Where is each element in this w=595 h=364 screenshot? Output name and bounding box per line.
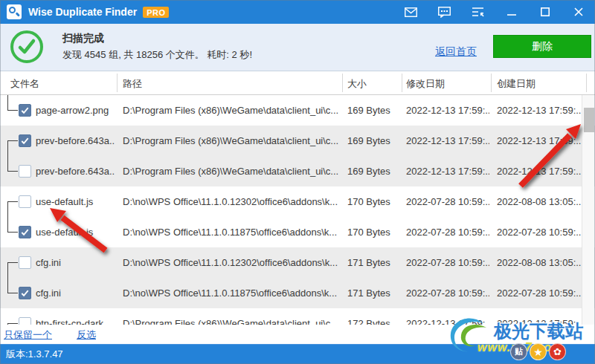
file-created: 2022-08-08 13:05:...: [497, 196, 585, 207]
file-modified: 2022-07-28 10:59:...: [406, 287, 489, 299]
scan-status-detail: 发现 4545 组, 共 18256 个文件。 耗时: 2 秒!: [62, 48, 252, 62]
row-checkbox[interactable]: [19, 287, 31, 299]
column-divider[interactable]: [491, 74, 492, 92]
column-modified[interactable]: 修改日期: [406, 77, 445, 91]
group-connector: [7, 95, 18, 111]
scan-status-title: 扫描完成: [62, 32, 104, 45]
group-connector: [7, 140, 18, 156]
row-checkbox[interactable]: [19, 165, 31, 178]
row-checkbox[interactable]: [19, 256, 31, 269]
file-size: 169 Bytes: [347, 166, 399, 177]
file-size: 171 Bytes: [347, 287, 399, 299]
file-path: D:\Program Files (x86)\WeGame\data\clien…: [123, 135, 340, 146]
table-row[interactable]: prev-before.643a... D:\Program Files (x8…: [0, 126, 595, 156]
table-row[interactable]: btn-first-cn-dark D:\Program Files (x86)…: [0, 308, 595, 325]
group-connector: [7, 262, 18, 278]
file-path: D:\no\WPS Office\11.1.0.12302\office6\ad…: [123, 196, 340, 207]
file-size: 169 Bytes: [347, 135, 399, 146]
table-row[interactable]: use-default.js D:\no\WPS Office\11.1.0.1…: [0, 186, 595, 217]
column-divider[interactable]: [117, 74, 118, 92]
invert-selection-link[interactable]: 反选: [77, 328, 96, 342]
file-size: 170 Bytes: [347, 196, 399, 207]
maximize-button[interactable]: [528, 0, 562, 24]
close-button[interactable]: [562, 0, 595, 24]
file-modified: 2022-07-28 10:59:...: [406, 227, 489, 238]
file-modified: 2022-12-13 17:59:...: [406, 105, 489, 116]
file-created: 2022-12-13 17:59:...: [497, 135, 585, 146]
column-divider[interactable]: [342, 74, 343, 92]
row-checkbox[interactable]: [19, 317, 31, 325]
table-row[interactable]: prev-before.643a... D:\Program Files (x8…: [0, 156, 595, 186]
file-path: D:\no\WPS Office\11.1.0.12302\office6\ad…: [123, 257, 340, 268]
footer-links-row: 只保留一个 反选: [0, 325, 595, 344]
file-name: btn-first-cn-dark: [36, 318, 115, 325]
file-path: D:\Program Files (x86)\WeGame\data\clien…: [123, 318, 340, 325]
app-title: Wise Duplicate Finder: [28, 6, 137, 18]
delete-button[interactable]: 删除: [493, 35, 591, 58]
success-check-icon: [10, 30, 43, 63]
scrollbar-thumb[interactable]: [584, 108, 594, 132]
file-modified: 2022-07-28 10:59:...: [406, 257, 489, 268]
file-size: 171 Bytes: [347, 257, 399, 268]
table-row[interactable]: cfg.ini D:\no\WPS Office\11.1.0.12302\of…: [0, 247, 595, 278]
group-connector: [7, 201, 18, 217]
table-row[interactable]: cfg.ini D:\no\WPS Office\11.1.0.11875\of…: [0, 278, 595, 308]
row-checkbox[interactable]: [19, 226, 31, 238]
file-size: 170 Bytes: [347, 227, 399, 238]
column-created[interactable]: 创建日期: [497, 77, 536, 91]
column-size[interactable]: 大小: [347, 77, 367, 91]
file-created: 2022-08-08 13:05:...: [497, 257, 585, 268]
file-created: 2022-12-13 17:59:...: [497, 166, 585, 177]
column-path[interactable]: 路径: [123, 77, 142, 91]
titlebar: Wise Duplicate Finder PRO: [0, 0, 595, 24]
file-name: use-default.js: [36, 227, 115, 238]
group-connector: [7, 217, 18, 233]
file-name: cfg.ini: [36, 287, 115, 299]
version-label: 版本:1.3.7.47: [6, 348, 63, 361]
file-created: 2022-12-13 17:59:: [497, 318, 585, 325]
row-checkbox[interactable]: [19, 134, 31, 147]
file-path: D:\Program Files (x86)\WeGame\data\clien…: [123, 105, 340, 116]
file-name: cfg.ini: [36, 257, 115, 268]
back-home-link[interactable]: 返回首页: [435, 45, 477, 59]
file-modified: 2022-12-13 17:59:...: [406, 135, 489, 146]
file-name: prev-before.643a...: [36, 135, 115, 146]
file-name: prev-before.643a...: [36, 166, 115, 177]
menu-list-icon[interactable]: [461, 0, 495, 24]
group-connector: [7, 278, 18, 293]
scan-result-panel: 扫描完成 发现 4545 组, 共 18256 个文件。 耗时: 2 秒! 返回…: [0, 24, 595, 71]
vertical-scrollbar[interactable]: [582, 95, 594, 325]
file-path: D:\no\WPS Office\11.1.0.11875\office6\ad…: [123, 227, 340, 238]
file-size: 169 Bytes: [347, 105, 399, 116]
file-size: 172 Bytes: [347, 318, 399, 325]
row-checkbox[interactable]: [19, 104, 31, 117]
file-created: 2022-12-13 17:59:...: [497, 105, 585, 116]
table-body: page-arrow2.png D:\Program Files (x86)\W…: [0, 95, 595, 325]
table-header: 文件名 路径 大小 修改日期 创建日期: [0, 71, 595, 95]
pro-badge: PRO: [143, 7, 169, 18]
column-filename[interactable]: 文件名: [10, 77, 39, 91]
file-name: page-arrow2.png: [36, 105, 115, 116]
table-row[interactable]: use-default.js D:\no\WPS Office\11.1.0.1…: [0, 217, 595, 247]
file-modified: 2022-12-13 17:59:: [406, 318, 489, 325]
file-modified: 2022-12-13 17:59:...: [406, 166, 489, 177]
group-connector: [7, 156, 18, 172]
row-checkbox[interactable]: [19, 195, 31, 208]
file-path: D:\no\WPS Office\11.1.0.11875\office6\ad…: [123, 287, 340, 299]
file-created: 2022-07-28 10:59:...: [497, 227, 585, 238]
column-divider[interactable]: [402, 74, 402, 92]
table-row[interactable]: page-arrow2.png D:\Program Files (x86)\W…: [0, 95, 595, 126]
keep-only-one-link[interactable]: 只保留一个: [4, 328, 52, 342]
feedback-chat-icon[interactable]: [428, 0, 461, 24]
file-modified: 2022-07-28 10:59:...: [406, 196, 489, 207]
app-logo-icon: [7, 4, 22, 19]
file-name: use-default.js: [36, 196, 115, 207]
status-bar: 版本:1.3.7.47: [0, 344, 595, 364]
minimize-button[interactable]: [495, 0, 528, 24]
file-path: D:\Program Files (x86)\WeGame\data\clien…: [123, 166, 340, 177]
file-created: 2022-07-28 10:59:...: [497, 287, 585, 299]
mail-icon[interactable]: [394, 0, 428, 24]
column-divider[interactable]: [586, 74, 587, 92]
